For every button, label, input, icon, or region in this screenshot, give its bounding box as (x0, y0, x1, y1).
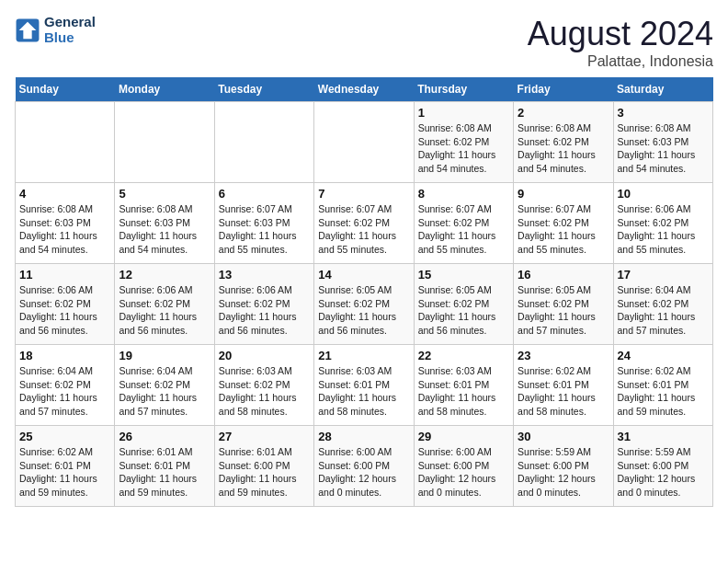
day-info: Sunrise: 6:00 AM Sunset: 6:00 PM Dayligh… (418, 445, 509, 500)
day-number: 14 (318, 268, 409, 282)
day-cell: 11Sunrise: 6:06 AM Sunset: 6:02 PM Dayli… (16, 264, 115, 345)
day-cell: 1Sunrise: 6:08 AM Sunset: 6:02 PM Daylig… (414, 102, 513, 183)
week-row-3: 11Sunrise: 6:06 AM Sunset: 6:02 PM Dayli… (16, 264, 713, 345)
day-info: Sunrise: 6:08 AM Sunset: 6:03 PM Dayligh… (19, 202, 110, 257)
day-cell: 12Sunrise: 6:06 AM Sunset: 6:02 PM Dayli… (115, 264, 214, 345)
day-info: Sunrise: 6:05 AM Sunset: 6:02 PM Dayligh… (518, 283, 609, 338)
day-of-week-sunday: Sunday (16, 77, 115, 102)
day-info: Sunrise: 6:03 AM Sunset: 6:02 PM Dayligh… (219, 364, 310, 419)
day-info: Sunrise: 6:01 AM Sunset: 6:00 PM Dayligh… (219, 445, 310, 500)
day-number: 4 (19, 187, 110, 201)
day-number: 29 (418, 430, 509, 443)
day-number: 18 (19, 349, 110, 362)
day-number: 26 (119, 430, 210, 443)
week-row-4: 18Sunrise: 6:04 AM Sunset: 6:02 PM Dayli… (16, 345, 713, 426)
day-cell: 6Sunrise: 6:07 AM Sunset: 6:03 PM Daylig… (214, 183, 313, 264)
day-number: 8 (418, 187, 509, 201)
day-info: Sunrise: 6:06 AM Sunset: 6:02 PM Dayligh… (618, 202, 709, 257)
day-cell: 13Sunrise: 6:06 AM Sunset: 6:02 PM Dayli… (214, 264, 313, 345)
day-cell: 25Sunrise: 6:02 AM Sunset: 6:01 PM Dayli… (16, 426, 115, 507)
day-info: Sunrise: 6:08 AM Sunset: 6:02 PM Dayligh… (418, 121, 509, 176)
day-info: Sunrise: 5:59 AM Sunset: 6:00 PM Dayligh… (518, 445, 609, 500)
day-cell: 16Sunrise: 6:05 AM Sunset: 6:02 PM Dayli… (514, 264, 613, 345)
day-cell: 22Sunrise: 6:03 AM Sunset: 6:01 PM Dayli… (414, 345, 513, 426)
calendar-body: 1Sunrise: 6:08 AM Sunset: 6:02 PM Daylig… (16, 102, 713, 507)
day-number: 6 (219, 187, 310, 201)
day-cell: 30Sunrise: 5:59 AM Sunset: 6:00 PM Dayli… (514, 426, 613, 507)
week-row-1: 1Sunrise: 6:08 AM Sunset: 6:02 PM Daylig… (16, 102, 713, 183)
day-cell: 31Sunrise: 5:59 AM Sunset: 6:00 PM Dayli… (613, 426, 712, 507)
day-info: Sunrise: 6:07 AM Sunset: 6:02 PM Dayligh… (318, 202, 409, 257)
day-cell (214, 102, 313, 183)
day-number: 15 (418, 268, 509, 282)
day-of-week-monday: Monday (115, 77, 214, 102)
day-info: Sunrise: 6:05 AM Sunset: 6:02 PM Dayligh… (318, 283, 409, 338)
day-info: Sunrise: 6:06 AM Sunset: 6:02 PM Dayligh… (219, 283, 310, 338)
day-info: Sunrise: 6:06 AM Sunset: 6:02 PM Dayligh… (119, 283, 210, 338)
day-cell: 10Sunrise: 6:06 AM Sunset: 6:02 PM Dayli… (613, 183, 712, 264)
day-info: Sunrise: 6:07 AM Sunset: 6:02 PM Dayligh… (418, 202, 509, 257)
logo-line1: General (44, 15, 96, 30)
logo: General Blue (15, 15, 96, 45)
day-cell: 28Sunrise: 6:00 AM Sunset: 6:00 PM Dayli… (314, 426, 414, 507)
day-number: 23 (518, 349, 609, 362)
day-number: 20 (219, 349, 310, 362)
day-info: Sunrise: 6:04 AM Sunset: 6:02 PM Dayligh… (19, 364, 110, 419)
day-number: 21 (318, 349, 409, 362)
day-cell: 21Sunrise: 6:03 AM Sunset: 6:01 PM Dayli… (314, 345, 414, 426)
day-number: 17 (618, 268, 709, 282)
day-cell: 27Sunrise: 6:01 AM Sunset: 6:00 PM Dayli… (214, 426, 313, 507)
day-cell: 8Sunrise: 6:07 AM Sunset: 6:02 PM Daylig… (414, 183, 513, 264)
day-info: Sunrise: 6:02 AM Sunset: 6:01 PM Dayligh… (618, 364, 709, 419)
day-info: Sunrise: 6:06 AM Sunset: 6:02 PM Dayligh… (19, 283, 110, 338)
day-number: 3 (618, 106, 709, 120)
day-number: 24 (618, 349, 709, 362)
day-number: 10 (618, 187, 709, 201)
week-row-2: 4Sunrise: 6:08 AM Sunset: 6:03 PM Daylig… (16, 183, 713, 264)
day-cell: 23Sunrise: 6:02 AM Sunset: 6:01 PM Dayli… (514, 345, 613, 426)
day-cell (314, 102, 414, 183)
day-cell (115, 102, 214, 183)
day-of-week-thursday: Thursday (414, 77, 513, 102)
day-info: Sunrise: 6:08 AM Sunset: 6:02 PM Dayligh… (518, 121, 609, 176)
day-number: 2 (518, 106, 609, 120)
logo-icon (15, 17, 40, 43)
day-info: Sunrise: 6:02 AM Sunset: 6:01 PM Dayligh… (19, 445, 110, 500)
calendar-table: SundayMondayTuesdayWednesdayThursdayFrid… (15, 77, 713, 507)
day-info: Sunrise: 6:08 AM Sunset: 6:03 PM Dayligh… (618, 121, 709, 176)
day-cell: 18Sunrise: 6:04 AM Sunset: 6:02 PM Dayli… (16, 345, 115, 426)
day-number: 1 (418, 106, 509, 120)
day-of-week-friday: Friday (514, 77, 613, 102)
day-info: Sunrise: 6:04 AM Sunset: 6:02 PM Dayligh… (119, 364, 210, 419)
day-number: 19 (119, 349, 210, 362)
day-info: Sunrise: 6:02 AM Sunset: 6:01 PM Dayligh… (518, 364, 609, 419)
day-info: Sunrise: 6:05 AM Sunset: 6:02 PM Dayligh… (418, 283, 509, 338)
calendar-header: SundayMondayTuesdayWednesdayThursdayFrid… (16, 77, 713, 102)
day-cell: 29Sunrise: 6:00 AM Sunset: 6:00 PM Dayli… (414, 426, 513, 507)
day-info: Sunrise: 6:00 AM Sunset: 6:00 PM Dayligh… (318, 445, 409, 500)
day-info: Sunrise: 6:08 AM Sunset: 6:03 PM Dayligh… (119, 202, 210, 257)
day-of-week-saturday: Saturday (613, 77, 712, 102)
day-cell: 17Sunrise: 6:04 AM Sunset: 6:02 PM Dayli… (613, 264, 712, 345)
day-number: 30 (518, 430, 609, 443)
day-cell: 26Sunrise: 6:01 AM Sunset: 6:01 PM Dayli… (115, 426, 214, 507)
day-of-week-tuesday: Tuesday (214, 77, 313, 102)
day-number: 11 (19, 268, 110, 282)
day-cell: 19Sunrise: 6:04 AM Sunset: 6:02 PM Dayli… (115, 345, 214, 426)
day-cell: 5Sunrise: 6:08 AM Sunset: 6:03 PM Daylig… (115, 183, 214, 264)
location-subtitle: Palattae, Indonesia (528, 53, 713, 70)
day-cell: 4Sunrise: 6:08 AM Sunset: 6:03 PM Daylig… (16, 183, 115, 264)
day-info: Sunrise: 6:03 AM Sunset: 6:01 PM Dayligh… (418, 364, 509, 419)
days-of-week-row: SundayMondayTuesdayWednesdayThursdayFrid… (16, 77, 713, 102)
day-cell (16, 102, 115, 183)
day-cell: 24Sunrise: 6:02 AM Sunset: 6:01 PM Dayli… (613, 345, 712, 426)
day-cell: 15Sunrise: 6:05 AM Sunset: 6:02 PM Dayli… (414, 264, 513, 345)
day-number: 13 (219, 268, 310, 282)
day-number: 9 (518, 187, 609, 201)
month-year-title: August 2024 (528, 15, 713, 53)
day-info: Sunrise: 6:03 AM Sunset: 6:01 PM Dayligh… (318, 364, 409, 419)
week-row-5: 25Sunrise: 6:02 AM Sunset: 6:01 PM Dayli… (16, 426, 713, 507)
day-cell: 14Sunrise: 6:05 AM Sunset: 6:02 PM Dayli… (314, 264, 414, 345)
day-info: Sunrise: 6:01 AM Sunset: 6:01 PM Dayligh… (119, 445, 210, 500)
title-block: August 2024 Palattae, Indonesia (528, 15, 713, 70)
